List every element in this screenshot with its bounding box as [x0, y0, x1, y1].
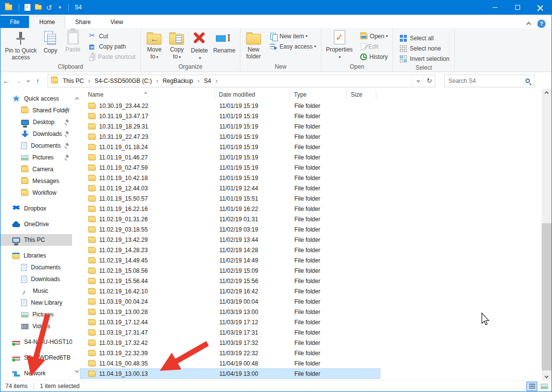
breadcrumb-segment-regbackup[interactable]: RegBackup: [161, 78, 194, 84]
sidebar-item-s4-n-bu-hgst10t[interactable]: S4-N-BU-HGST10T: [0, 336, 72, 348]
qat-properties-button[interactable]: [22, 2, 33, 13]
sidebar-item-documents[interactable]: Documents: [0, 261, 72, 273]
sidebar-item-shared-folder[interactable]: Shared Folder: [0, 105, 72, 116]
search-input[interactable]: [448, 78, 526, 84]
sidebar-item-s4-e-wdred6tb[interactable]: S4-E-WDRed6TB (: [0, 352, 72, 364]
file-row[interactable]: 11.02.19_15.56.4411/02/19 15:56File fold…: [80, 276, 380, 286]
file-row[interactable]: 11.03.19_17.31.4711/03/19 17:31File fold…: [80, 327, 380, 338]
file-row[interactable]: 11.02.19_03.18.5511/02/19 03:19File fold…: [80, 224, 380, 235]
sidebar-item-workflow[interactable]: Workflow: [0, 187, 72, 199]
rename-button[interactable]: Rename: [210, 29, 237, 55]
close-button[interactable]: [529, 0, 552, 15]
new-folder-button[interactable]: New folder: [242, 29, 265, 61]
pin-button[interactable]: Pin to Quick access: [2, 29, 39, 62]
sidebar-item-messages[interactable]: Messages: [0, 175, 72, 187]
column-header-name[interactable]: Name: [84, 90, 215, 100]
properties-button[interactable]: Properties ▾: [323, 29, 355, 62]
file-row[interactable]: 11.02.19_16.42.1011/02/19 16:42File fold…: [80, 286, 380, 296]
sidebar-item-videos[interactable]: Videos: [0, 320, 72, 332]
cut-button[interactable]: Cut: [87, 31, 138, 41]
sidebar-item-onedrive[interactable]: OneDrive: [0, 218, 72, 230]
file-row[interactable]: 11.04.19_13.00.1311/04/19 13:00File fold…: [80, 368, 380, 379]
sidebar-item-pictures[interactable]: Pictures: [0, 152, 72, 163]
list-scrollbar[interactable]: [542, 89, 552, 380]
copy-to-button[interactable]: Copy to▾: [165, 29, 188, 62]
invert-selection-button[interactable]: Invert selection: [398, 53, 451, 64]
qat-customize-button[interactable]: ▾: [54, 2, 65, 13]
maximize-button[interactable]: [506, 0, 529, 15]
address-bar[interactable]: This PC›S4-C-SSD500GB (C:)›RegBackup›S4›…: [48, 75, 435, 87]
file-row[interactable]: 11.02.19_13.42.2911/02/19 13:44File fold…: [80, 235, 380, 245]
address-dropdown-button[interactable]: [412, 75, 423, 87]
sidebar-item-downloads[interactable]: Downloads: [0, 128, 72, 140]
column-header-date-modified[interactable]: Date modified: [215, 90, 290, 100]
large-icons-view-button[interactable]: [539, 382, 550, 391]
sidebar-item-music[interactable]: Music: [0, 285, 72, 297]
file-row[interactable]: 11.01.19_15.50.5711/01/19 15:51File fold…: [80, 193, 380, 204]
copy-path-button[interactable]: Copy path: [87, 41, 138, 52]
refresh-button[interactable]: ↻: [423, 75, 435, 87]
qat-new-folder-button[interactable]: [33, 2, 44, 13]
tab-file[interactable]: File: [0, 16, 29, 28]
file-row[interactable]: 11.02.19_01.31.2611/02/19 01:31File fold…: [80, 214, 380, 224]
column-header-size[interactable]: Size: [347, 90, 376, 100]
tab-home[interactable]: Home: [29, 16, 65, 28]
select-all-button[interactable]: Select all: [398, 33, 451, 43]
file-row[interactable]: 11.03.19_22.32.3911/03/19 22:32File fold…: [80, 348, 380, 358]
file-row[interactable]: 11.02.19_14.49.4511/02/19 14:49File fold…: [80, 255, 380, 265]
sidebar-item-new-library[interactable]: New Library: [0, 297, 72, 309]
paste-shortcut-button[interactable]: Paste shortcut: [87, 52, 138, 62]
select-none-button[interactable]: Select none: [398, 43, 451, 53]
sidebar-item-dropbox[interactable]: Dropbox: [0, 203, 72, 214]
collapse-ribbon-button[interactable]: [527, 19, 530, 28]
help-button[interactable]: ?: [537, 20, 546, 28]
tab-view[interactable]: View: [101, 16, 133, 28]
sidebar-item-downloads[interactable]: Downloads: [0, 273, 72, 285]
sidebar-scroll-down-button[interactable]: [76, 366, 79, 374]
move-to-button[interactable]: Move to▾: [143, 29, 165, 62]
file-row[interactable]: 11.01.19_12.44.0311/01/19 12:44File fold…: [80, 183, 380, 193]
back-button[interactable]: ←: [0, 77, 12, 85]
scroll-down-button[interactable]: [542, 372, 552, 380]
file-row[interactable]: 11.03.19_17.32.4211/03/19 17:32File fold…: [80, 338, 380, 348]
sidebar-item-camera[interactable]: Camera: [0, 163, 72, 175]
history-button[interactable]: History: [358, 52, 390, 62]
edit-button[interactable]: Edit: [358, 41, 390, 52]
file-row[interactable]: 11.01.19_01.18.2411/01/19 15:19File fold…: [80, 142, 380, 152]
new-item-button[interactable]: New item▾: [268, 31, 318, 41]
up-button[interactable]: ↑: [32, 77, 44, 85]
sidebar-scroll-up-button[interactable]: [76, 94, 79, 103]
file-row[interactable]: 10.31.19_18.29.3111/01/19 15:19File fold…: [80, 121, 380, 131]
sidebar-item-network[interactable]: Network: [0, 367, 72, 379]
easy-access-button[interactable]: Easy access▾: [268, 41, 318, 52]
file-row[interactable]: 11.02.19_14.28.2311/02/19 14:28File fold…: [80, 245, 380, 255]
delete-button[interactable]: Delete ▾: [188, 29, 210, 63]
paste-button[interactable]: Paste: [62, 29, 84, 54]
sidebar-item-pictures[interactable]: Pictures: [0, 309, 72, 320]
scrollbar-thumb[interactable]: [542, 223, 552, 370]
file-row[interactable]: 11.03.19_17.12.4411/03/19 17:12File fold…: [80, 317, 380, 327]
sidebar-item-documents[interactable]: Documents: [0, 140, 72, 152]
sidebar-item-this-pc[interactable]: This PC: [0, 234, 72, 246]
breadcrumb-segment-s4-c-ssd500gb-c[interactable]: S4-C-SSD500GB (C:): [94, 78, 153, 84]
copy-button[interactable]: Copy: [39, 29, 62, 55]
file-row[interactable]: 11.01.19_01.46.2711/01/19 15:19File fold…: [80, 152, 380, 162]
open-button[interactable]: Open▾: [358, 31, 390, 41]
forward-button[interactable]: →: [12, 77, 24, 85]
qat-undo-button[interactable]: ↺: [44, 2, 54, 13]
sidebar-item-desktop[interactable]: Desktop: [0, 116, 72, 128]
minimize-button[interactable]: [484, 0, 506, 15]
recent-locations-button[interactable]: [24, 79, 32, 82]
file-row[interactable]: 11.02.19_15.08.5611/02/19 15:09File fold…: [80, 265, 380, 276]
sidebar-item-libraries[interactable]: Libraries: [0, 250, 72, 261]
file-row[interactable]: 11.01.19_16.22.1611/01/19 16:22File fold…: [80, 204, 380, 214]
file-row[interactable]: 11.01.19_02.47.5911/01/19 15:19File fold…: [80, 162, 380, 173]
details-view-button[interactable]: [526, 382, 537, 391]
scroll-up-button[interactable]: [542, 89, 552, 97]
file-row[interactable]: 11.03.19_00.04.2411/03/19 00:04File fold…: [80, 296, 380, 307]
sidebar-item-quick-access[interactable]: Quick access: [0, 93, 72, 105]
title-bar[interactable]: ↺ ▾ S4: [0, 0, 552, 15]
file-row[interactable]: 11.04.19_00.48.3511/04/19 00:48File fold…: [80, 358, 380, 368]
file-row[interactable]: 10.31.19_13.47.1711/01/19 15:19File fold…: [80, 111, 380, 121]
breadcrumb-segment-s4[interactable]: S4: [203, 78, 212, 84]
